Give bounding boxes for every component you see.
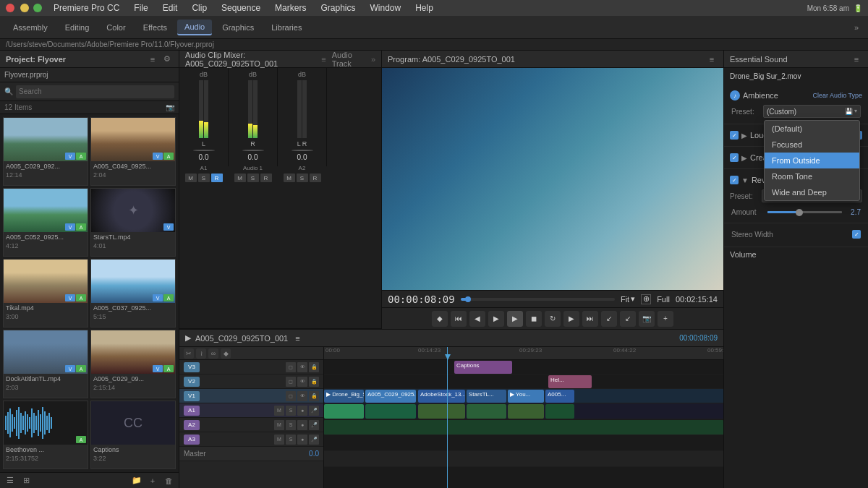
menu-item-help[interactable]: Help [412,1,436,14]
v2-eye[interactable]: 👁 [297,377,307,387]
tab-color[interactable]: Color [99,20,132,35]
menu-item-edit[interactable]: Edit [160,1,181,14]
a1-clip-a005[interactable] [365,404,416,419]
v1-lock[interactable]: 🔒 [309,391,319,401]
step-fwd-btn[interactable]: ▶ [563,311,579,327]
list-item[interactable]: VA A005_C029_09... 2:15:14 [90,330,176,398]
reverb-checkbox[interactable]: ✓ [730,176,739,184]
close-dot[interactable] [6,4,14,12]
zoom-btn[interactable]: ⊕ [641,294,651,304]
tab-effects[interactable]: Effects [136,20,174,35]
captions-clip[interactable]: Captions [454,361,512,374]
a1-solo[interactable]: S [286,406,296,416]
channel-2-knob[interactable] [242,150,264,151]
v1-clip-stars[interactable]: StarsTL... [467,390,506,403]
panel-menu-btn[interactable]: ≡ [147,53,158,65]
channel-3-knob[interactable] [292,150,313,151]
record-btn-3[interactable]: R [310,174,321,182]
timeline-settings-btn[interactable]: ≡ [295,334,299,343]
list-item[interactable]: VA A005_C052_0925... 4:12 [3,188,88,257]
menu-item-markers[interactable]: Markers [272,1,309,14]
export-frame-btn[interactable]: 📷 [639,311,655,327]
loudness-expand-arrow[interactable]: ▶ [741,132,747,140]
creative-expand-arrow[interactable]: ▶ [741,154,747,162]
menu-item-sequence[interactable]: Sequence [218,1,263,14]
list-item[interactable]: ✦ V StarsTL.mp4 4:01 [90,188,176,257]
link-tool[interactable]: ∞ [208,348,218,359]
monitor-settings-btn[interactable]: ≡ [706,53,718,65]
v1-clip-drone[interactable]: ▶ Drone_Big_S... [324,390,364,403]
expand-mixer-btn[interactable]: » [371,55,375,64]
save-preset-icon[interactable]: 💾 [845,108,853,115]
v1-clip-a005-2[interactable]: A005... [545,390,574,403]
search-input[interactable] [16,85,174,98]
list-item[interactable]: VA A005_C037_0925... 5:15 [90,259,176,328]
tab-assembly[interactable]: Assembly [6,20,55,35]
essential-sound-menu[interactable]: ≡ [851,53,862,65]
v2-lock[interactable]: 🔒 [309,377,319,387]
a2-record[interactable]: ● [297,420,307,430]
timeline-ruler-right[interactable]: 00:00 00:14:23 00:29:23 00:44:22 00:59:2… [324,347,723,360]
clear-audio-type-btn[interactable]: Clear Audio Type [813,92,862,99]
preset-option-wide-deep[interactable]: Wide and Deep [765,184,859,200]
v1-clip-a005[interactable]: A005_C029_0925... [365,390,416,403]
v2-clip-1[interactable]: Hel... [548,375,592,388]
menu-item-graphics[interactable]: Graphics [318,1,358,14]
solo-btn-3[interactable]: S [297,174,308,182]
v2-toggle[interactable]: ◻ [286,377,296,387]
grid-view-btn[interactable]: ⊞ [20,475,32,487]
minimize-dot[interactable] [20,4,29,12]
new-item-btn[interactable]: + [147,475,158,487]
playhead-dot[interactable] [465,296,471,302]
resolution-selector[interactable]: Full [657,295,670,304]
mute-btn-3[interactable]: M [284,174,295,182]
add-marker-btn[interactable]: ◆ [432,311,448,327]
record-btn-1[interactable]: R [211,174,223,182]
go-to-out-btn[interactable]: ⏭ [582,311,598,327]
list-item[interactable]: VA A005_C049_0925... 2:04 [90,117,176,186]
reverb-expand-icon[interactable]: ▼ [741,176,749,184]
list-view-btn[interactable]: ☰ [4,475,16,487]
channel-1-knob[interactable] [193,150,215,151]
tab-editing[interactable]: Editing [58,20,97,35]
list-item[interactable]: VA DockAtitlanTL.mp4 2:03 [3,330,88,398]
mute-btn-2[interactable]: M [234,174,246,182]
tab-audio[interactable]: Audio [177,20,212,35]
stop-btn[interactable]: ◼ [526,311,542,327]
menu-item-clip[interactable]: Clip [189,1,210,14]
v3-toggle[interactable]: ◻ [286,362,296,372]
list-item[interactable]: VA A005_C029_092... 12:14 [3,117,88,186]
solo-btn-1[interactable]: S [198,174,210,182]
more-tabs-btn[interactable]: » [851,22,862,33]
loop-btn[interactable]: ↻ [545,311,561,327]
solo-btn-2[interactable]: S [247,174,259,182]
v3-lock[interactable]: 🔒 [309,362,319,372]
razor-tool[interactable]: ✂ [184,348,194,359]
play-in-to-out-btn[interactable]: ▶ [488,311,504,327]
fit-selector[interactable]: Fit ▾ [621,294,635,304]
a1-mute[interactable]: M [274,406,284,416]
playback-bar[interactable] [461,298,615,301]
preset-option-room-tone[interactable]: Room Tone [765,168,859,184]
preset-option-default[interactable]: (Default) [765,121,859,137]
a1-clip-stars[interactable] [467,404,506,419]
menu-item-premiere[interactable]: Premiere Pro CC [51,1,122,14]
overwrite-btn[interactable]: ↙ [620,311,636,327]
menu-item-file[interactable]: File [131,1,150,14]
maximize-dot[interactable] [33,4,42,12]
play-btn[interactable]: ▶ [507,311,523,327]
a3-mic[interactable]: 🎤 [309,435,319,445]
v1-clip-you[interactable]: ▶ You... [508,390,544,403]
a1-clip-you[interactable] [508,404,544,419]
add-item-btn[interactable]: 📷 [166,103,174,111]
mute-btn-1[interactable]: M [185,174,197,182]
step-back-btn[interactable]: ◀ [469,311,485,327]
a2-audio-clip[interactable] [324,420,723,435]
v1-clip-adobestock[interactable]: AdobeStock_13... [418,390,465,403]
list-item[interactable]: A Beethoven ... 2:15:31752 [3,401,88,469]
a1-mic[interactable]: 🎤 [309,406,319,416]
v1-toggle[interactable]: ◻ [286,391,296,401]
tab-graphics[interactable]: Graphics [215,20,261,35]
list-item[interactable]: VA Tikal.mp4 3:00 [3,259,88,328]
creative-checkbox[interactable]: ✓ [730,153,739,162]
